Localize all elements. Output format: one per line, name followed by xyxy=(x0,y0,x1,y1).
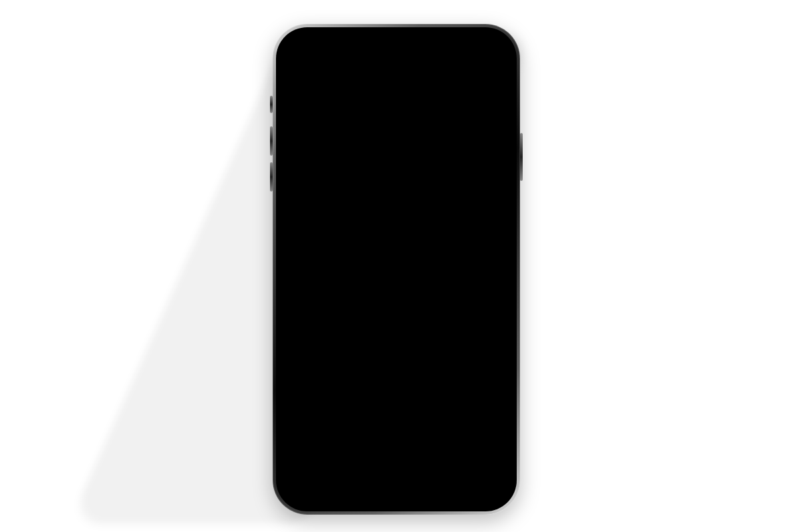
screen: Do Not Disturb For 1 hour Until this eve… xyxy=(283,35,509,504)
dnd-schedule-label: Schedule xyxy=(374,354,419,366)
volume-down-button[interactable] xyxy=(270,162,273,192)
dnd-option-subtitle: Heritage Middle School xyxy=(331,299,477,308)
dnd-option-until-leave-location[interactable]: Until I leave this location Heritage Mid… xyxy=(307,279,485,315)
dnd-option-for-1-hour[interactable]: For 1 hour xyxy=(307,228,485,254)
dnd-title: Do Not Disturb xyxy=(315,209,477,221)
mute-switch[interactable] xyxy=(270,96,273,113)
dnd-option-label: Until I leave this location xyxy=(331,285,477,298)
notch xyxy=(340,35,453,52)
moon-icon xyxy=(315,192,477,207)
volume-up-button[interactable] xyxy=(270,126,273,156)
dnd-option-until-this-evening[interactable]: Until this evening xyxy=(307,254,485,279)
phone-frame: Do Not Disturb For 1 hour Until this eve… xyxy=(273,24,520,515)
dnd-option-label: Until the end of this event xyxy=(331,321,477,333)
dnd-schedule-button[interactable]: Schedule xyxy=(307,349,485,373)
wallpaper xyxy=(283,35,509,504)
dnd-option-subtitle: 9 : 00 - 11 : 00 AM PTA Meeting xyxy=(331,333,477,342)
dnd-option-until-end-of-event[interactable]: Until the end of this event 9 : 00 - 11 … xyxy=(307,315,485,350)
dnd-header: Do Not Disturb xyxy=(307,185,485,228)
dnd-option-label: Until this evening xyxy=(331,260,477,273)
checkmark-icon xyxy=(317,235,329,247)
power-button[interactable] xyxy=(520,133,523,181)
dnd-option-label: For 1 hour xyxy=(331,234,477,247)
do-not-disturb-panel: Do Not Disturb For 1 hour Until this eve… xyxy=(307,185,485,373)
